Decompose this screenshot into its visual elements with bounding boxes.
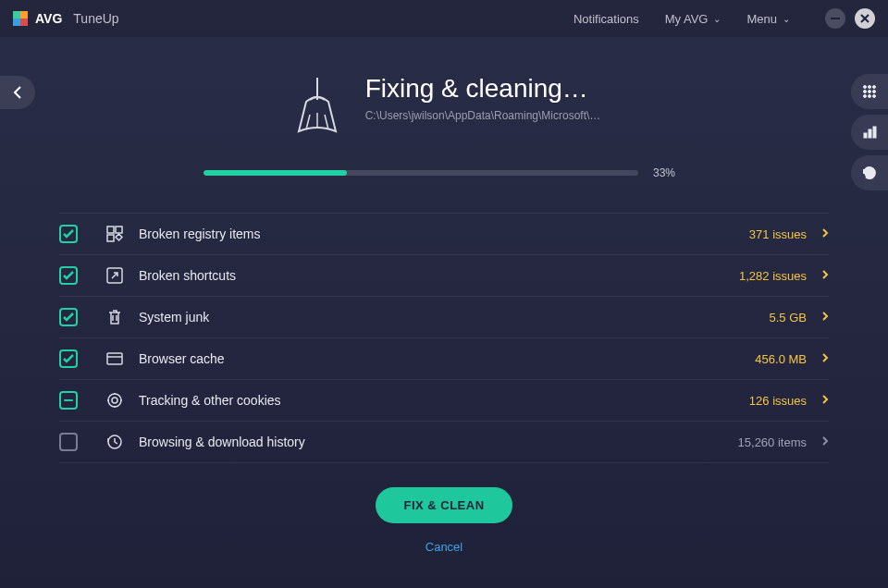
svg-point-11	[873, 95, 876, 98]
brand-name: AVG	[35, 11, 62, 26]
category-row[interactable]: Tracking & other cookies126 issues	[59, 380, 829, 422]
side-panel	[851, 74, 888, 190]
expand-button[interactable]	[821, 434, 829, 450]
category-label: Broken registry items	[139, 227, 749, 241]
category-row[interactable]: Broken registry items371 issues	[59, 213, 829, 255]
main-content: Fixing & cleaning… C:\Users\jwilson\AppD…	[0, 37, 888, 554]
stats-button[interactable]	[851, 115, 888, 150]
svg-line-17	[325, 115, 328, 129]
current-path: C:\Users\jwilson\AppData\Roaming\Microso…	[365, 109, 601, 122]
svg-rect-22	[107, 353, 122, 364]
bar-chart-icon	[862, 125, 877, 140]
svg-rect-13	[869, 129, 871, 138]
avg-logo-icon	[13, 11, 28, 26]
category-checkbox[interactable]	[59, 433, 78, 451]
svg-rect-0	[831, 18, 840, 19]
registry-icon	[105, 225, 124, 243]
close-icon	[860, 14, 870, 23]
category-row[interactable]: System junk5.5 GB	[59, 297, 829, 338]
undo-button[interactable]	[851, 155, 888, 190]
svg-point-10	[869, 95, 871, 98]
svg-point-5	[873, 86, 876, 89]
chevron-down-icon: ⌄	[713, 14, 721, 24]
expand-button[interactable]	[821, 392, 829, 409]
svg-point-6	[864, 91, 867, 93]
progress-bar: 33%	[204, 166, 684, 179]
hero: Fixing & cleaning… C:\Users\jwilson\AppD…	[59, 74, 829, 141]
minimize-button[interactable]	[825, 8, 845, 29]
expand-button[interactable]	[821, 267, 829, 284]
header-bar: AVG TuneUp Notifications My AVG ⌄ Menu ⌄	[0, 0, 888, 37]
svg-point-8	[873, 91, 876, 93]
action-footer: FIX & CLEAN Cancel	[59, 487, 829, 554]
category-row[interactable]: Browser cache456.0 MB	[59, 338, 829, 380]
expand-button[interactable]	[821, 309, 829, 325]
category-checkbox[interactable]	[59, 391, 78, 410]
undo-icon	[861, 165, 878, 181]
progress-track	[204, 170, 638, 176]
chevron-down-icon: ⌄	[783, 14, 790, 24]
history-icon	[105, 433, 124, 451]
window-controls	[825, 8, 875, 29]
expand-button[interactable]	[821, 226, 829, 242]
category-label: Browser cache	[139, 351, 755, 366]
expand-button[interactable]	[821, 350, 829, 367]
category-count: 126 issues	[749, 394, 807, 408]
svg-point-4	[869, 86, 871, 89]
progress-fill	[204, 170, 347, 176]
close-button[interactable]	[855, 8, 875, 29]
broom-icon	[288, 74, 347, 141]
menu-dropdown[interactable]: Menu ⌄	[746, 12, 790, 26]
svg-rect-20	[107, 235, 114, 241]
shortcut-icon	[105, 266, 124, 285]
svg-rect-18	[107, 227, 114, 233]
category-count: 15,260 items	[738, 435, 807, 449]
category-checkbox[interactable]	[59, 308, 78, 326]
trash-icon	[105, 308, 124, 326]
menu-label: Menu	[746, 12, 777, 26]
category-count: 5.5 GB	[770, 311, 807, 325]
page-title: Fixing & cleaning…	[365, 74, 601, 104]
apps-button[interactable]	[851, 74, 888, 109]
back-button[interactable]	[0, 76, 35, 109]
svg-point-7	[869, 91, 871, 93]
my-avg-label: My AVG	[665, 12, 709, 26]
category-label: System junk	[139, 310, 770, 325]
app-logo: AVG TuneUp	[13, 11, 119, 26]
svg-point-3	[864, 86, 867, 89]
category-row[interactable]: Browsing & download history15,260 items	[59, 422, 829, 463]
category-checkbox[interactable]	[59, 349, 78, 368]
category-count: 371 issues	[749, 227, 807, 241]
svg-line-15	[306, 115, 310, 129]
category-checkbox[interactable]	[59, 225, 78, 243]
notifications-link[interactable]: Notifications	[574, 12, 639, 26]
category-checkbox[interactable]	[59, 266, 78, 285]
back-icon	[13, 85, 22, 100]
cancel-link[interactable]: Cancel	[426, 540, 462, 554]
category-label: Tracking & other cookies	[139, 393, 749, 408]
tracking-icon	[105, 391, 124, 410]
category-count: 1,282 issues	[739, 269, 807, 283]
my-avg-dropdown[interactable]: My AVG ⌄	[665, 12, 722, 26]
category-list: Broken registry items371 issuesBroken sh…	[59, 213, 829, 463]
minimize-icon	[831, 18, 840, 19]
category-label: Broken shortcuts	[139, 268, 739, 283]
svg-rect-14	[873, 127, 876, 138]
grid-icon	[862, 84, 877, 99]
category-count: 456.0 MB	[755, 352, 807, 366]
svg-point-24	[108, 394, 121, 407]
progress-percent: 33%	[653, 166, 684, 179]
browser-icon	[105, 349, 124, 368]
notifications-label: Notifications	[574, 12, 639, 26]
svg-rect-12	[864, 133, 867, 138]
svg-point-25	[112, 398, 117, 403]
category-label: Browsing & download history	[139, 435, 738, 449]
category-row[interactable]: Broken shortcuts1,282 issues	[59, 255, 829, 297]
fix-clean-button[interactable]: FIX & CLEAN	[376, 487, 512, 523]
svg-point-9	[864, 95, 867, 98]
product-name: TuneUp	[73, 11, 118, 26]
svg-rect-19	[116, 227, 122, 233]
